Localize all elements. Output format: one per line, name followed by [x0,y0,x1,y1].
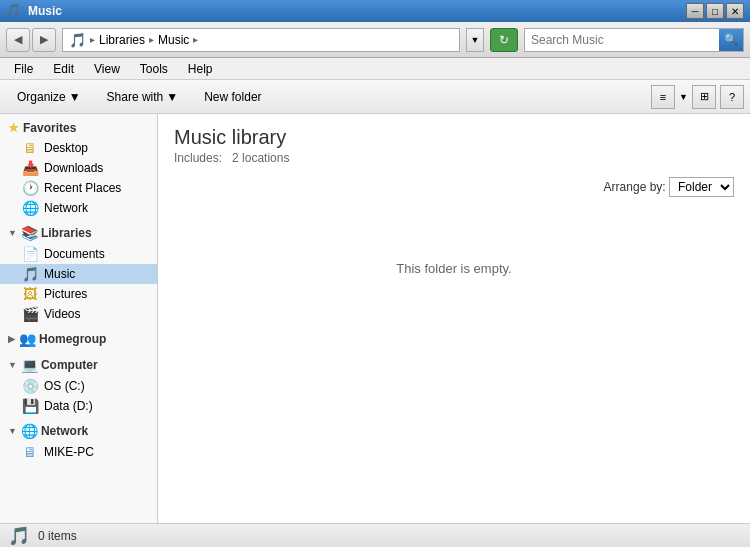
share-with-button[interactable]: Share with ▼ [96,84,190,110]
help-button[interactable]: ? [720,85,744,109]
arrange-select[interactable]: Folder Name Artist Album Year [669,177,734,197]
recent-icon: 🕐 [22,180,38,196]
minimize-button[interactable]: ─ [686,3,704,19]
os-c-icon: 💿 [22,378,38,394]
homegroup-icon: 👥 [19,331,35,347]
network-section: ▼ 🌐 Network 🖥 MIKE-PC [0,420,157,462]
search-button[interactable]: 🔍 [719,29,743,51]
search-box[interactable]: 🔍 [524,28,744,52]
computer-icon: 💻 [21,357,37,373]
menu-view[interactable]: View [86,60,128,78]
app-title: Music [28,4,62,18]
pictures-label: Pictures [44,287,87,301]
desktop-label: Desktop [44,141,88,155]
star-icon: ★ [8,121,19,135]
back-button[interactable]: ◀ [6,28,30,52]
address-dropdown[interactable]: ▼ [466,28,484,52]
videos-icon: 🎬 [22,306,38,322]
app-icon: 🎵 [6,3,22,19]
homegroup-section: ▶ 👥 Homegroup [0,328,157,350]
expand-libraries-arrow: ▼ [8,228,17,238]
menu-edit[interactable]: Edit [45,60,82,78]
favorites-section: ★ Favorites 🖥 Desktop 📥 Downloads 🕐 Rece… [0,118,157,218]
new-folder-label: New folder [204,90,261,104]
close-button[interactable]: ✕ [726,3,744,19]
os-c-label: OS (C:) [44,379,85,393]
organize-label: Organize [17,90,66,104]
new-folder-button[interactable]: New folder [193,84,272,110]
address-bar: ◀ ▶ 🎵 ▸ Libraries ▸ Music ▸ ▼ ↻ 🔍 [0,22,750,58]
status-count: 0 items [38,529,77,543]
libraries-header[interactable]: ▼ 📚 Libraries [0,222,157,244]
sidebar-item-music[interactable]: 🎵 Music [0,264,157,284]
documents-label: Documents [44,247,105,261]
libraries-label: Libraries [41,226,92,240]
status-bar: 🎵 0 items [0,523,750,547]
sidebar-item-downloads[interactable]: 📥 Downloads [0,158,157,178]
menu-bar: File Edit View Tools Help [0,58,750,80]
sidebar-item-videos[interactable]: 🎬 Videos [0,304,157,324]
sidebar-item-recent-places[interactable]: 🕐 Recent Places [0,178,157,198]
computer-header[interactable]: ▼ 💻 Computer [0,354,157,376]
organize-button[interactable]: Organize ▼ [6,84,92,110]
sidebar-item-network-fav[interactable]: 🌐 Network [0,198,157,218]
view-options-button[interactable]: ≡ [651,85,675,109]
toolbar: Organize ▼ Share with ▼ New folder ≡ ▼ ⊞… [0,80,750,114]
refresh-button[interactable]: ↻ [490,28,518,52]
expand-homegroup-arrow: ▶ [8,334,15,344]
downloads-icon: 📥 [22,160,38,176]
network-fav-label: Network [44,201,88,215]
menu-tools[interactable]: Tools [132,60,176,78]
organize-arrow: ▼ [69,90,81,104]
music-label: Music [44,267,75,281]
computer-label: Computer [41,358,98,372]
sidebar-item-pictures[interactable]: 🖼 Pictures [0,284,157,304]
computer-section: ▼ 💻 Computer 💿 OS (C:) 💾 Data (D:) [0,354,157,416]
arrange-bar: Arrange by: Folder Name Artist Album Yea… [174,173,734,201]
status-icon: 🎵 [8,525,30,547]
menu-file[interactable]: File [6,60,41,78]
downloads-label: Downloads [44,161,103,175]
address-path[interactable]: 🎵 ▸ Libraries ▸ Music ▸ [62,28,460,52]
expand-network-arrow: ▼ [8,426,17,436]
documents-icon: 📄 [22,246,38,262]
main-layout: ★ Favorites 🖥 Desktop 📥 Downloads 🕐 Rece… [0,114,750,523]
homegroup-header[interactable]: ▶ 👥 Homegroup [0,328,157,350]
layout-button[interactable]: ⊞ [692,85,716,109]
mike-pc-label: MIKE-PC [44,445,94,459]
locations-value: 2 locations [232,151,289,165]
sidebar-item-mike-pc[interactable]: 🖥 MIKE-PC [0,442,157,462]
data-d-label: Data (D:) [44,399,93,413]
forward-button[interactable]: ▶ [32,28,56,52]
empty-message: This folder is empty. [174,261,734,276]
sidebar-item-os-c[interactable]: 💿 OS (C:) [0,376,157,396]
window-controls: ─ □ ✕ [686,3,744,19]
share-arrow: ▼ [166,90,178,104]
mike-pc-icon: 🖥 [22,444,38,460]
sidebar-item-data-d[interactable]: 💾 Data (D:) [0,396,157,416]
sidebar-item-documents[interactable]: 📄 Documents [0,244,157,264]
network-label: Network [41,424,88,438]
favorites-label: Favorites [23,121,76,135]
maximize-button[interactable]: □ [706,3,724,19]
refresh-icon: ↻ [499,33,509,47]
sidebar-item-desktop[interactable]: 🖥 Desktop [0,138,157,158]
favorites-header[interactable]: ★ Favorites [0,118,157,138]
network-fav-icon: 🌐 [22,200,38,216]
includes-label: Includes: [174,151,222,165]
menu-help[interactable]: Help [180,60,221,78]
videos-label: Videos [44,307,80,321]
path-icon: 🎵 [69,32,86,48]
content-title: Music library [174,126,734,149]
homegroup-label: Homegroup [39,332,106,346]
network-header[interactable]: ▼ 🌐 Network [0,420,157,442]
expand-computer-arrow: ▼ [8,360,17,370]
search-input[interactable] [525,29,719,51]
sidebar: ★ Favorites 🖥 Desktop 📥 Downloads 🕐 Rece… [0,114,158,523]
music-icon: 🎵 [22,266,38,282]
content-header: Music library Includes: 2 locations [174,126,734,165]
pictures-icon: 🖼 [22,286,38,302]
help-icon: ? [729,91,735,103]
content-subtitle: Includes: 2 locations [174,151,734,165]
search-icon: 🔍 [724,33,738,46]
